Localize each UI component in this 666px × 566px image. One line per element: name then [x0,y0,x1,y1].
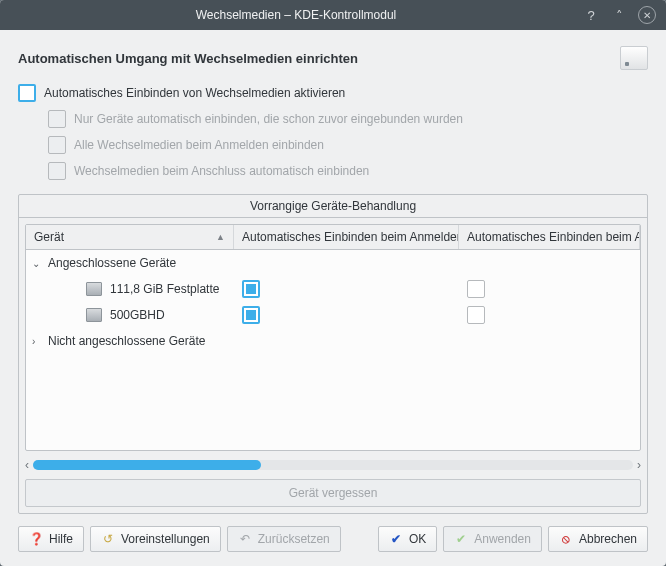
group-attached-row[interactable]: ⌄ Angeschlossene Geräte [26,250,640,276]
enable-automount-row[interactable]: Automatisches Einbinden von Wechselmedie… [18,84,648,102]
reset-icon: ↶ [238,532,252,546]
table-body: ⌄ Angeschlossene Geräte 111,8 GiB Festpl… [26,250,640,450]
only-known-label: Nur Geräte automatisch einbinden, die sc… [74,112,463,126]
on-attach-checkbox [48,162,66,180]
help-icon: ❓ [29,532,43,546]
col-login-label: Automatisches Einbinden beim Anmelden [242,230,459,244]
attach-checkbox[interactable] [467,306,485,324]
enable-automount-checkbox[interactable] [18,84,36,102]
scrollbar-track[interactable] [33,460,633,470]
scroll-left-icon[interactable]: ‹ [25,458,29,472]
window-controls: ? ˄ ✕ [582,6,656,24]
help-label: Hilfe [49,532,73,546]
ok-icon: ✔ [389,532,403,546]
chevron-down-icon[interactable]: ⌄ [32,258,44,269]
enable-automount-label: Automatisches Einbinden von Wechselmedie… [44,86,345,100]
defaults-label: Voreinstellungen [121,532,210,546]
device-table: Gerät ▲ Automatisches Einbinden beim Anm… [25,224,641,451]
login-checkbox[interactable] [242,306,260,324]
removable-media-icon [620,46,648,70]
apply-icon: ✔ [454,532,468,546]
cancel-label: Abbrechen [579,532,637,546]
panel-title: Vorrangige Geräte-Behandlung [19,195,647,218]
harddisk-icon [86,308,102,322]
apply-button: ✔ Anwenden [443,526,542,552]
ok-button[interactable]: ✔ OK [378,526,437,552]
col-attach-label: Automatisches Einbinden beim Anscl [467,230,640,244]
on-login-row: Alle Wechselmedien beim Anmelden einbind… [48,136,648,154]
group-detached-label: Nicht angeschlossene Geräte [48,334,205,348]
defaults-button[interactable]: ↺ Voreinstellungen [90,526,221,552]
titlebar-help-button[interactable]: ? [582,6,600,24]
col-attach[interactable]: Automatisches Einbinden beim Anscl [459,225,640,249]
titlebar-keepabove-button[interactable]: ˄ [610,6,628,24]
col-device[interactable]: Gerät ▲ [26,225,234,249]
apply-label: Anwenden [474,532,531,546]
content: Automatischen Umgang mit Wechselmedien e… [0,30,666,526]
harddisk-icon [86,282,102,296]
defaults-icon: ↺ [101,532,115,546]
device-override-panel: Vorrangige Geräte-Behandlung Gerät ▲ Aut… [18,194,648,514]
cancel-icon: ⦸ [559,532,573,546]
table-row[interactable]: 500GBHD [26,302,640,328]
titlebar-close-button[interactable]: ✕ [638,6,656,24]
forget-device-label: Gerät vergessen [289,486,378,500]
reset-label: Zurücksetzen [258,532,330,546]
on-attach-label: Wechselmedien beim Anschluss automatisch… [74,164,369,178]
scrollbar-thumb[interactable] [33,460,261,470]
device-name: 111,8 GiB Festplatte [110,282,219,296]
device-name: 500GBHD [110,308,165,322]
horizontal-scrollbar[interactable]: ‹ › [25,457,641,473]
chevron-right-icon[interactable]: › [32,336,44,347]
dialog-button-bar: ❓ Hilfe ↺ Voreinstellungen ↶ Zurücksetze… [0,526,666,566]
on-login-label: Alle Wechselmedien beim Anmelden einbind… [74,138,324,152]
on-attach-row: Wechselmedien beim Anschluss automatisch… [48,162,648,180]
col-login[interactable]: Automatisches Einbinden beim Anmelden [234,225,459,249]
only-known-row: Nur Geräte automatisch einbinden, die sc… [48,110,648,128]
help-button[interactable]: ❓ Hilfe [18,526,84,552]
kcm-window: Wechselmedien – KDE-Kontrollmodul ? ˄ ✕ … [0,0,666,566]
attach-checkbox[interactable] [467,280,485,298]
window-title: Wechselmedien – KDE-Kontrollmodul [10,8,582,22]
scroll-right-icon[interactable]: › [637,458,641,472]
on-login-checkbox [48,136,66,154]
section-header: Automatischen Umgang mit Wechselmedien e… [18,46,648,70]
sort-indicator-icon: ▲ [216,232,225,242]
login-checkbox[interactable] [242,280,260,298]
table-header: Gerät ▲ Automatisches Einbinden beim Anm… [26,225,640,250]
reset-button: ↶ Zurücksetzen [227,526,341,552]
cancel-button[interactable]: ⦸ Abbrechen [548,526,648,552]
col-device-label: Gerät [34,230,64,244]
ok-label: OK [409,532,426,546]
page-title: Automatischen Umgang mit Wechselmedien e… [18,51,358,66]
table-row[interactable]: 111,8 GiB Festplatte [26,276,640,302]
group-detached-row[interactable]: › Nicht angeschlossene Geräte [26,328,640,354]
group-attached-label: Angeschlossene Geräte [48,256,176,270]
titlebar: Wechselmedien – KDE-Kontrollmodul ? ˄ ✕ [0,0,666,30]
only-known-checkbox [48,110,66,128]
forget-device-button: Gerät vergessen [25,479,641,507]
